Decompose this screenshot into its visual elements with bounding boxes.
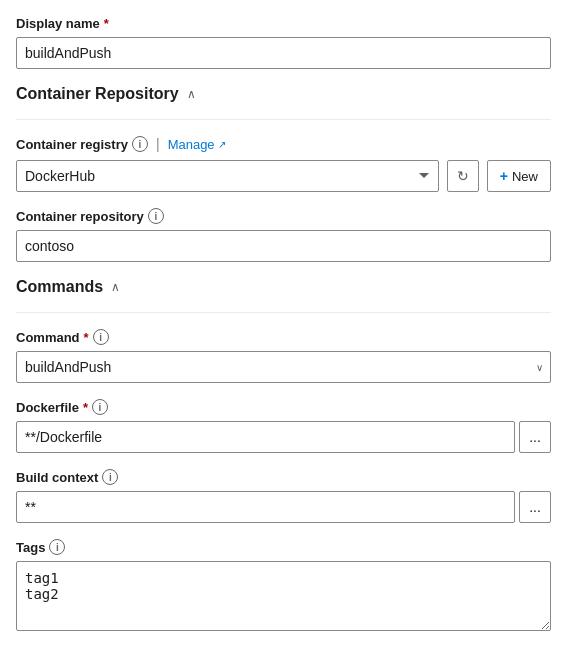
- dockerfile-info-icon[interactable]: i: [92, 399, 108, 415]
- commands-header: Commands ∧: [16, 278, 551, 296]
- display-name-input[interactable]: [16, 37, 551, 69]
- manage-link-text: Manage: [168, 137, 215, 152]
- build-context-label: Build context i: [16, 469, 551, 485]
- command-required-star: *: [84, 330, 89, 345]
- container-repository-input[interactable]: [16, 230, 551, 262]
- dockerfile-browse-button[interactable]: ...: [519, 421, 551, 453]
- command-label: Command * i: [16, 329, 551, 345]
- dockerfile-label: Dockerfile * i: [16, 399, 551, 415]
- container-registry-label: Container registry i: [16, 136, 148, 152]
- command-select-wrapper: buildAndPush build push ∨: [16, 351, 551, 383]
- container-repository-info-icon[interactable]: i: [148, 208, 164, 224]
- build-context-input[interactable]: [16, 491, 515, 523]
- container-repository-header: Container Repository ∧: [16, 85, 551, 103]
- manage-link[interactable]: Manage ↗: [168, 137, 226, 152]
- container-registry-select[interactable]: DockerHub Azure Container Registry Other…: [16, 160, 439, 192]
- build-context-browse-button[interactable]: ...: [519, 491, 551, 523]
- command-info-icon[interactable]: i: [93, 329, 109, 345]
- refresh-icon: ↻: [457, 168, 469, 184]
- container-repository-divider: [16, 119, 551, 120]
- new-button-label: New: [512, 169, 538, 184]
- registry-pipe-divider: |: [156, 136, 160, 152]
- commands-title: Commands: [16, 278, 103, 296]
- dockerfile-input[interactable]: [16, 421, 515, 453]
- dockerfile-group: Dockerfile * i ...: [16, 399, 551, 453]
- external-link-icon: ↗: [218, 139, 226, 150]
- dockerfile-ellipsis-icon: ...: [529, 429, 541, 445]
- container-repository-title: Container Repository: [16, 85, 179, 103]
- command-select[interactable]: buildAndPush build push: [16, 351, 551, 383]
- commands-section: Commands ∧ Command * i buildAndPush buil…: [16, 278, 551, 634]
- dockerfile-input-row: ...: [16, 421, 551, 453]
- container-repository-label-text: Container repository: [16, 209, 144, 224]
- display-name-label: Display name *: [16, 16, 551, 31]
- container-registry-controls: DockerHub Azure Container Registry Other…: [16, 160, 551, 192]
- container-repository-group: Container repository i: [16, 208, 551, 262]
- commands-chevron-up-icon: ∧: [111, 280, 120, 294]
- container-repository-label: Container repository i: [16, 208, 551, 224]
- build-context-info-icon[interactable]: i: [102, 469, 118, 485]
- dockerfile-label-text: Dockerfile: [16, 400, 79, 415]
- display-name-text: Display name: [16, 16, 100, 31]
- build-context-label-text: Build context: [16, 470, 98, 485]
- refresh-button[interactable]: ↻: [447, 160, 479, 192]
- tags-group: Tags i tag1 tag2: [16, 539, 551, 634]
- tags-info-icon[interactable]: i: [49, 539, 65, 555]
- build-context-group: Build context i ...: [16, 469, 551, 523]
- display-name-required: *: [104, 16, 109, 31]
- container-registry-label-row: Container registry i | Manage ↗: [16, 136, 551, 152]
- tags-label: Tags i: [16, 539, 551, 555]
- build-context-input-row: ...: [16, 491, 551, 523]
- container-registry-info-icon[interactable]: i: [132, 136, 148, 152]
- display-name-group: Display name *: [16, 16, 551, 69]
- tags-label-text: Tags: [16, 540, 45, 555]
- commands-divider: [16, 312, 551, 313]
- container-repository-chevron-up-icon: ∧: [187, 87, 196, 101]
- build-context-ellipsis-icon: ...: [529, 499, 541, 515]
- dockerfile-required-star: *: [83, 400, 88, 415]
- plus-icon: +: [500, 168, 508, 184]
- container-registry-label-text: Container registry: [16, 137, 128, 152]
- tags-input[interactable]: tag1 tag2: [16, 561, 551, 631]
- container-repository-section: Container Repository ∧ Container registr…: [16, 85, 551, 262]
- command-label-text: Command: [16, 330, 80, 345]
- container-registry-group: Container registry i | Manage ↗ DockerHu…: [16, 136, 551, 192]
- new-button[interactable]: + New: [487, 160, 551, 192]
- command-group: Command * i buildAndPush build push ∨: [16, 329, 551, 383]
